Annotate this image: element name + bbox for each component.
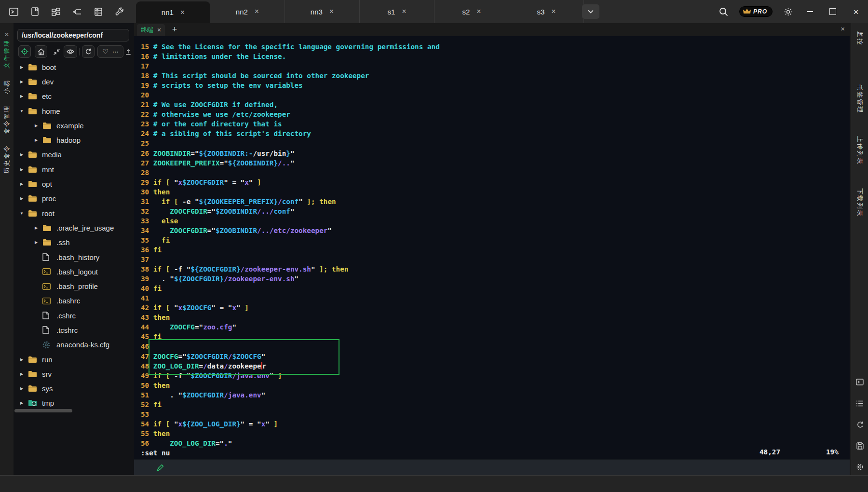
left-rail: × 文件管理小易命令管理历史命令: [0, 23, 14, 475]
tab-list-dropdown-button[interactable]: [582, 4, 599, 19]
maximize-button[interactable]: [827, 5, 839, 18]
tree-item-.cshrc[interactable]: .cshrc: [14, 308, 134, 323]
eye-icon[interactable]: [64, 45, 77, 58]
heart-icon[interactable]: ♡: [102, 48, 108, 55]
tree-item-label: proc: [42, 194, 56, 203]
minimize-button[interactable]: [803, 5, 816, 18]
tree-item-example[interactable]: ▶example: [14, 118, 134, 133]
server-list-icon[interactable]: [94, 7, 103, 16]
upload-icon[interactable]: [125, 45, 131, 58]
pencil-edit-icon[interactable]: [156, 464, 164, 472]
expand-arrow-icon[interactable]: ▼: [19, 211, 24, 216]
tree-item-label: tmp: [42, 399, 54, 407]
grid-layout-icon[interactable]: [51, 7, 61, 16]
tree-item-.bash_logout[interactable]: .bash_logout: [14, 264, 134, 279]
tree-item-proc[interactable]: ▶proc: [14, 191, 134, 206]
temp-folder-icon: [28, 399, 39, 407]
new-terminal-tab-button[interactable]: +: [169, 24, 180, 35]
folder-icon: [28, 356, 39, 363]
tab-close-icon[interactable]: ×: [402, 8, 406, 15]
tree-item-dev[interactable]: ▶dev: [14, 74, 134, 89]
tab-close-icon[interactable]: ×: [255, 8, 259, 15]
terminal-tabbar: 终端 × + ×: [134, 23, 850, 37]
save-icon[interactable]: [855, 441, 864, 450]
expand-arrow-icon[interactable]: ▶: [19, 152, 24, 157]
tree-item-hadoop[interactable]: ▶hadoop: [14, 133, 134, 147]
tree-item-home[interactable]: ▼home: [14, 104, 134, 118]
session-tab-s2[interactable]: s2×: [434, 0, 509, 23]
terminal-icon[interactable]: [9, 7, 18, 16]
favorites-more-button[interactable]: ♡ ⋯: [97, 45, 123, 58]
tree-item-tmp[interactable]: ▶tmp: [14, 396, 134, 410]
expand-arrow-icon[interactable]: ▶: [19, 167, 24, 172]
expand-arrow-icon[interactable]: ▶: [19, 80, 24, 84]
tree-item-.bash_history[interactable]: .bash_history: [14, 250, 134, 264]
expand-arrow-icon[interactable]: ▶: [34, 226, 39, 230]
path-input[interactable]: [18, 29, 136, 41]
tree-item-opt[interactable]: ▶opt: [14, 177, 134, 191]
tree-item-label: .bashrc: [56, 297, 80, 305]
tree-item-boot[interactable]: ▶boot: [14, 60, 134, 74]
tree-item-.bashrc[interactable]: .bashrc: [14, 294, 134, 308]
expand-arrow-icon[interactable]: ▶: [34, 123, 39, 128]
tree-item-mnt[interactable]: ▶mnt: [14, 162, 134, 177]
tab-close-icon[interactable]: ×: [476, 8, 481, 15]
tree-item-.oracle_jre_usage[interactable]: ▶.oracle_jre_usage: [14, 220, 134, 235]
expand-arrow-icon[interactable]: ▶: [19, 372, 24, 376]
tree-item-anaconda-ks.cfg[interactable]: anaconda-ks.cfg: [14, 338, 134, 352]
expand-arrow-icon[interactable]: ▶: [19, 182, 24, 186]
close-window-button[interactable]: ×: [850, 5, 862, 18]
expand-arrow-icon[interactable]: ▶: [19, 386, 24, 391]
tab-close-icon[interactable]: ×: [329, 8, 334, 15]
terminal-screen[interactable]: 15 # See the License for the specific la…: [134, 36, 850, 459]
vim-ruler-position: 48,27: [760, 448, 780, 456]
tree-item-.ssh[interactable]: ▶.ssh: [14, 235, 134, 250]
locate-icon[interactable]: [18, 45, 31, 58]
terminal-tab[interactable]: 终端 ×: [137, 24, 165, 36]
expand-arrow-icon[interactable]: ▼: [19, 109, 24, 113]
session-tab-nn2[interactable]: nn2×: [210, 0, 285, 23]
tree-item-sys[interactable]: ▶sys: [14, 382, 134, 396]
session-tab-nn1[interactable]: nn1×: [136, 1, 210, 23]
tab-close-icon[interactable]: ×: [551, 8, 556, 15]
expand-arrow-icon[interactable]: ▶: [19, 196, 24, 201]
tree-item-.tcshrc[interactable]: .tcshrc: [14, 323, 134, 337]
settings-gear-icon[interactable]: [783, 7, 793, 16]
tree-item-run[interactable]: ▶run: [14, 352, 134, 367]
session-tab-nn3[interactable]: nn3×: [285, 0, 360, 23]
code-line-29: 29 if [ "x$ZOOCFGDIR" = "x" ]: [141, 178, 440, 187]
expand-arrow-icon[interactable]: ▶: [34, 240, 39, 245]
pro-badge[interactable]: PRO: [739, 6, 773, 17]
session-tab-s1[interactable]: s1×: [360, 0, 434, 23]
collapse-icon[interactable]: [50, 45, 63, 58]
expand-arrow-icon[interactable]: ▶: [19, 94, 24, 98]
terminal-icon[interactable]: [855, 378, 864, 386]
terminal-tab-close-icon[interactable]: ×: [157, 27, 161, 33]
wrench-icon[interactable]: [115, 7, 124, 16]
connection-tree-icon[interactable]: [72, 7, 82, 16]
refresh-icon[interactable]: [855, 420, 864, 429]
more-dots-icon[interactable]: ⋯: [112, 48, 119, 55]
terminal-panel-close-icon[interactable]: ×: [841, 25, 845, 33]
tree-item-etc[interactable]: ▶etc: [14, 89, 134, 104]
expand-arrow-icon[interactable]: ▶: [19, 65, 24, 69]
tab-label: s1: [387, 8, 395, 16]
expand-arrow-icon[interactable]: ▶: [34, 138, 39, 142]
tree-item-root[interactable]: ▼root: [14, 206, 134, 220]
expand-arrow-icon[interactable]: ▶: [19, 401, 24, 405]
tree-item-media[interactable]: ▶media: [14, 148, 134, 162]
tab-close-icon[interactable]: ×: [180, 9, 185, 16]
session-tab-s3[interactable]: s3×: [509, 0, 584, 23]
expand-arrow-icon[interactable]: ▶: [19, 357, 24, 362]
list-icon[interactable]: [855, 399, 864, 408]
tree-item-label: run: [42, 355, 53, 364]
home-icon[interactable]: [35, 45, 47, 58]
gear-icon[interactable]: [855, 463, 864, 471]
horizontal-scrollbar[interactable]: [14, 409, 72, 412]
tree-item-srv[interactable]: ▶srv: [14, 367, 134, 381]
bookmark-file-icon[interactable]: [30, 7, 40, 16]
refresh-icon[interactable]: [82, 45, 95, 58]
tree-item-.bash_profile[interactable]: .bash_profile: [14, 279, 134, 293]
search-icon[interactable]: [719, 7, 729, 16]
sidebar-close-icon[interactable]: ×: [0, 30, 14, 40]
